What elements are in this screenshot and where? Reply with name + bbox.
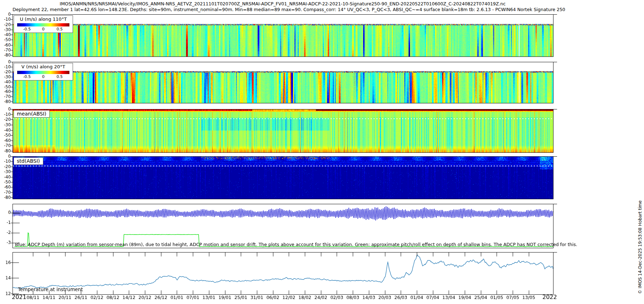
heatmap-ytick-label: -70 <box>1 190 11 195</box>
heatmap-ytick-mark <box>11 172 13 172</box>
temp-top-tick <box>33 252 33 256</box>
temp-ytick-mark <box>13 263 19 263</box>
depth-ytick-mark <box>13 213 20 213</box>
temp-bottom-tick <box>529 290 529 294</box>
depth-ytick-label: 0 <box>1 210 11 215</box>
temp-top-tick <box>353 252 353 256</box>
u-colorbar-legend: U (m/s) along 110°T -0.500.5 <box>14 15 73 33</box>
heatmap-ytick-label: -20 <box>1 117 11 122</box>
temp-bottom-tick <box>449 290 449 294</box>
x-axis-date-label: 13/01 <box>203 295 215 300</box>
heatmap-ytick-label: -60 <box>1 138 11 143</box>
temperature-plot <box>13 252 553 294</box>
heatmap-ytick-label: -80 <box>1 99 11 104</box>
x-axis-date-label: 07/01 <box>186 295 199 300</box>
x-axis-date-label: 13/05 <box>522 295 535 300</box>
temp-ytick-mark <box>13 294 19 294</box>
heatmap-ytick-mark <box>11 30 13 30</box>
depth-ytick-outer <box>11 233 13 233</box>
x-axis-date-label: 02/03 <box>330 295 343 300</box>
depth-ytick-label: -1 <box>1 220 11 225</box>
x-axis-date-label: 14/11 <box>43 295 55 300</box>
temp-bottom-tick <box>129 290 129 294</box>
panel-right-tick <box>553 156 557 157</box>
temp-bottom-tick <box>177 290 177 294</box>
temp-bottom-tick <box>401 290 401 294</box>
heatmap-ytick-label: -40 <box>1 32 11 37</box>
panel-u-velocity: U (m/s) along 110°T -0.500.5 <box>13 14 553 57</box>
temp-top-tick <box>225 252 225 256</box>
x-axis-date-label: 25/01 <box>234 295 247 300</box>
heatmap-ytick-label: -50 <box>1 133 11 138</box>
temp-top-tick <box>401 252 401 256</box>
depth-ytick-outer <box>11 223 13 223</box>
colorbar-tick-label: 0 <box>42 74 45 79</box>
heatmap-ytick-mark <box>11 40 13 40</box>
heatmap-ytick-mark <box>11 156 13 157</box>
x-axis-date-label: 13/04 <box>442 295 455 300</box>
colorbar-tick-label: 0.5 <box>57 74 63 79</box>
u-legend-title: U (m/s) along 110°T <box>14 16 73 22</box>
temp-top-tick <box>257 252 257 256</box>
year-label-2022: 2022 <box>542 294 557 300</box>
temp-top-tick <box>417 252 417 256</box>
heatmap-ytick-mark <box>11 135 13 136</box>
temp-top-tick <box>305 252 305 256</box>
heatmap-ytick-label: -60 <box>1 185 11 190</box>
depth-ytick-label: -3 <box>1 240 11 245</box>
panel-right-tick <box>553 14 557 15</box>
heatmap-ytick-mark <box>11 82 13 82</box>
temp-top-tick <box>161 252 161 256</box>
panel-right-tick <box>553 252 557 252</box>
heatmap-ytick-mark <box>11 77 13 77</box>
v-legend-title: V (m/s) along 20°T <box>14 64 73 69</box>
heatmap-ytick-label: -20 <box>1 22 11 27</box>
x-axis-date-label: 31/01 <box>250 295 263 300</box>
heatmap-ytick-mark <box>11 87 13 87</box>
heatmap-ytick-mark <box>11 62 13 62</box>
temp-top-tick <box>369 252 369 256</box>
temp-ytick-outer <box>11 278 13 278</box>
heatmap-ytick-mark <box>11 35 13 35</box>
temp-top-tick <box>273 252 273 256</box>
x-axis-date-label: 14/12 <box>122 295 135 300</box>
temp-bottom-tick <box>209 290 209 294</box>
u-colorbar <box>17 23 69 26</box>
depth-variation-plot <box>13 204 553 248</box>
panel-temperature: Temperature at instrument <box>13 252 553 295</box>
heatmap-ytick-label: -80 <box>1 148 11 153</box>
temperature-label: Temperature at instrument <box>18 286 83 292</box>
panel-right-tick <box>553 62 557 62</box>
x-axis-date-label: 18/02 <box>298 295 311 300</box>
temp-bottom-tick <box>497 290 497 294</box>
heatmap-ytick-label: -10 <box>1 159 11 164</box>
x-axis-date-label: 02/12 <box>91 295 103 300</box>
x-axis-date-label: 01/01 <box>170 295 183 300</box>
heatmap-ytick-mark <box>11 14 13 15</box>
heatmap-ytick-label: -10 <box>1 64 11 69</box>
title-filename: IMOS/ANMN/NRS/NRSMAI/Velocity/IMOS_ANMN-… <box>13 1 553 6</box>
panel-mean-absi: mean(ABSI) <box>13 109 553 153</box>
panel-right-tick <box>553 109 557 109</box>
heatmap-ytick-label: 0 <box>1 107 11 112</box>
heatmap-ytick-mark <box>11 55 13 55</box>
x-axis-date-label: 20/12 <box>138 295 151 300</box>
x-axis-date-label: 01/05 <box>490 295 503 300</box>
colorbar-tick-label: 0.5 <box>57 27 63 31</box>
panel-right-tick <box>553 204 557 204</box>
temp-bottom-tick <box>241 290 241 294</box>
temp-ytick-outer <box>11 294 13 294</box>
heatmap-ytick-mark <box>11 119 13 120</box>
heatmap-ytick-mark <box>11 151 13 151</box>
heatmap-ytick-mark <box>11 72 13 72</box>
x-axis-date-label: 08/03 <box>346 295 359 300</box>
heatmap-ytick-mark <box>11 146 13 146</box>
temp-bottom-tick <box>305 290 305 294</box>
panel-std-absi: std(ABSI) <box>13 156 553 199</box>
x-axis-date-label: 19/04 <box>458 295 471 300</box>
temp-top-tick <box>289 252 289 256</box>
x-axis-date-label: 25/04 <box>474 295 487 300</box>
heatmap-ytick-mark <box>11 192 13 193</box>
depth-ytick-mark <box>13 223 20 223</box>
temp-top-tick <box>449 252 449 256</box>
